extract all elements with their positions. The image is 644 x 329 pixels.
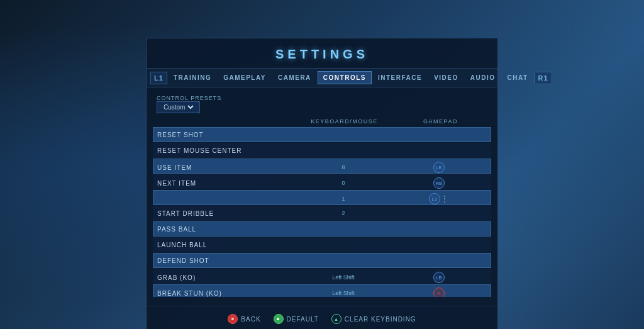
control-name: PASS BALL	[157, 226, 296, 233]
gamepad-dots: ⋮	[440, 194, 449, 203]
tabs-bar: L1 TRAINING GAMEPLAY CAMERA CONTROLS INT…	[147, 68, 497, 87]
column-headers: KEYBOARD/MOUSE GAMEPAD	[153, 117, 491, 127]
tab-chat[interactable]: CHAT	[501, 71, 533, 84]
presets-dropdown[interactable]: Custom Default Legacy	[161, 103, 196, 111]
default-button[interactable]: ● DEFAULT	[274, 314, 319, 324]
default-label: DEFAULT	[287, 316, 319, 323]
tab-camera[interactable]: CAMERA	[272, 71, 317, 84]
control-name: START DRIBBLE	[157, 210, 296, 217]
tab-gameplay[interactable]: GAMEPLAY	[218, 71, 272, 84]
control-keyboard: Left Shift	[296, 274, 391, 281]
presets-label: CONTROL PRESETS	[157, 95, 487, 101]
gamepad-button: LS	[429, 193, 440, 204]
control-keyboard: 0	[296, 180, 391, 186]
control-gamepad: LS ⋮	[391, 193, 487, 204]
control-name: DEFEND SHOT	[157, 257, 296, 264]
tab-training[interactable]: TRAINING	[168, 71, 217, 84]
control-row[interactable]: LAUNCH BALL	[153, 237, 491, 252]
tab-interface[interactable]: INTERFACE	[372, 71, 428, 84]
clear-keybinding-button[interactable]: ▲ CLEAR KEYBINDING	[331, 314, 416, 324]
control-name: LAUNCH BALL	[157, 242, 296, 248]
clear-label: CLEAR KEYBINDING	[345, 316, 416, 323]
control-row[interactable]: USE ITEM 8 LB	[153, 159, 491, 174]
control-row[interactable]: NEXT ITEM 0 RB	[153, 174, 491, 189]
gamepad-button: LB	[433, 162, 445, 173]
tab-controls[interactable]: CONTROLS	[318, 71, 372, 84]
control-row[interactable]: GRAB (KO) Left Shift LB	[153, 269, 491, 284]
col-gamepad: GAMEPAD	[394, 118, 487, 125]
back-button[interactable]: × BACK	[228, 314, 260, 324]
presets-section: CONTROL PRESETS Custom Default Legacy	[153, 92, 491, 117]
control-row[interactable]: RESET MOUSE CENTER	[153, 143, 491, 158]
control-row[interactable]: START DRIBBLE 2	[153, 206, 491, 221]
control-row[interactable]: BREAK STUN (KO) Left Shift ×	[153, 284, 491, 297]
control-gamepad: LB	[391, 272, 487, 283]
control-row[interactable]: DEFEND SHOT	[153, 253, 491, 268]
settings-title: SETTINGS	[147, 38, 497, 68]
tab-nav-r1[interactable]: R1	[535, 72, 552, 84]
col-keyboard-mouse: KEYBOARD/MOUSE	[297, 118, 391, 125]
presets-row: Custom Default Legacy	[157, 101, 487, 113]
control-name: NEXT ITEM	[157, 180, 296, 187]
default-icon: ●	[274, 314, 284, 324]
controls-list: RESET SHOT RESET MOUSE CENTER USE ITEM 8…	[153, 127, 491, 297]
back-label: BACK	[241, 316, 260, 323]
control-row[interactable]: PASS BALL	[153, 221, 491, 237]
back-icon: ×	[228, 314, 238, 324]
gamepad-button: LB	[433, 272, 445, 283]
control-keyboard: Left Shift	[296, 290, 391, 296]
presets-select-wrapper[interactable]: Custom Default Legacy	[157, 101, 200, 113]
control-keyboard: 1	[296, 196, 391, 202]
col-action	[157, 118, 295, 125]
tab-audio[interactable]: AUDIO	[465, 71, 501, 84]
gamepad-button: RB	[433, 177, 445, 189]
bottom-bar: × BACK ● DEFAULT ▲ CLEAR KEYBINDING	[147, 306, 497, 326]
control-name: RESET MOUSE CENTER	[157, 147, 296, 154]
tab-video[interactable]: VIDEO	[428, 71, 464, 84]
control-keyboard: 8	[296, 164, 391, 170]
control-gamepad: RB	[391, 177, 487, 189]
control-name: BREAK STUN (KO)	[157, 290, 296, 297]
control-name: GRAB (KO)	[157, 274, 296, 281]
tab-nav-l1[interactable]: L1	[150, 72, 167, 84]
control-gamepad: ×	[391, 287, 487, 297]
control-name: USE ITEM	[157, 164, 296, 171]
gamepad-button: ×	[433, 287, 445, 297]
settings-panel: SETTINGS L1 TRAINING GAMEPLAY CAMERA CON…	[146, 38, 498, 329]
control-name: RESET SHOT	[157, 131, 296, 138]
clear-icon: ▲	[331, 314, 341, 324]
content-area: CONTROL PRESETS Custom Default Legacy KE…	[147, 87, 497, 302]
control-keyboard: 2	[296, 210, 391, 216]
control-row[interactable]: RESET SHOT	[153, 127, 491, 142]
control-gamepad: LB	[391, 162, 487, 173]
control-row[interactable]: 1 LS ⋮	[153, 190, 491, 205]
